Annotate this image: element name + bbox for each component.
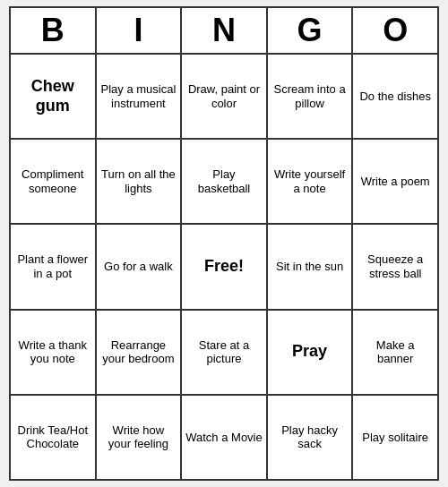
header-letter: G — [268, 8, 354, 53]
header-letter: O — [353, 8, 437, 53]
bingo-cell: Compliment someone — [11, 140, 97, 223]
bingo-cell: Stare at a picture — [182, 311, 268, 394]
bingo-cell: Rearrange your bedroom — [97, 311, 183, 394]
bingo-cell: Play a musical instrument — [97, 55, 183, 138]
bingo-row: Compliment someoneTurn on all the lights… — [11, 140, 437, 225]
bingo-cell: Write yourself a note — [268, 140, 354, 223]
bingo-cell: Squeeze a stress ball — [353, 225, 437, 308]
bingo-row: Drink Tea/Hot ChocolateWrite how your fe… — [11, 396, 437, 479]
bingo-cell: Scream into a pillow — [268, 55, 354, 138]
bingo-cell: Do the dishes — [353, 55, 437, 138]
bingo-cell: Drink Tea/Hot Chocolate — [11, 396, 97, 479]
bingo-grid: Chew gumPlay a musical instrumentDraw, p… — [11, 55, 437, 479]
bingo-row: Plant a flower in a potGo for a walkFree… — [11, 225, 437, 310]
bingo-cell: Write how your feeling — [97, 396, 183, 479]
bingo-cell: Go for a walk — [97, 225, 183, 308]
bingo-cell: Write a poem — [353, 140, 437, 223]
bingo-cell: Sit in the sun — [268, 225, 354, 308]
bingo-cell: Write a thank you note — [11, 311, 97, 394]
bingo-cell: Play basketball — [182, 140, 268, 223]
bingo-cell: Free! — [182, 225, 268, 308]
bingo-cell: Chew gum — [11, 55, 97, 138]
header-letter: I — [97, 8, 183, 53]
bingo-cell: Draw, paint or color — [182, 55, 268, 138]
bingo-cell: Watch a Movie — [182, 396, 268, 479]
bingo-card: BINGO Chew gumPlay a musical instrumentD… — [9, 6, 439, 481]
bingo-cell: Play solitaire — [353, 396, 437, 479]
header-letter: B — [11, 8, 97, 53]
header-letter: N — [182, 8, 268, 53]
bingo-cell: Plant a flower in a pot — [11, 225, 97, 308]
bingo-cell: Make a banner — [353, 311, 437, 394]
bingo-row: Chew gumPlay a musical instrumentDraw, p… — [11, 55, 437, 140]
bingo-row: Write a thank you noteRearrange your bed… — [11, 311, 437, 396]
bingo-cell: Play hacky sack — [268, 396, 354, 479]
bingo-cell: Turn on all the lights — [97, 140, 183, 223]
bingo-cell: Pray — [268, 311, 354, 394]
bingo-header: BINGO — [11, 8, 437, 55]
